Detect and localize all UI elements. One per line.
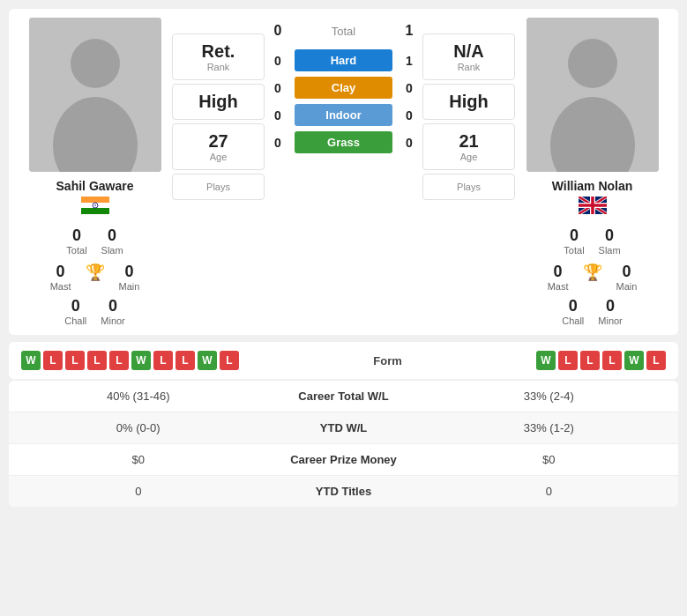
left-total-val: 0 <box>265 23 291 39</box>
left-total-stat: 0 Total <box>66 226 86 256</box>
right-total-stat: 0 Total <box>564 226 584 256</box>
surface-section: 0 Hard 1 0 Clay 0 0 Indoor 0 <box>265 49 422 159</box>
svg-point-7 <box>94 204 96 206</box>
comparison-inner: Sahil Gaware 0 Total <box>18 18 669 326</box>
left-panel: Ret. Rank High 27 Age Plays <box>172 18 265 200</box>
right-stats-row2: 0 Mast 🏆 0 Main <box>548 263 638 292</box>
right-form-badge-4: W <box>624 351 644 370</box>
stats-mid-3: YTD Titles <box>256 485 432 498</box>
surface-row-hard: 0 Hard 1 <box>265 49 422 71</box>
surface-row-indoor: 0 Indoor 0 <box>265 104 422 126</box>
stats-right-2: $0 <box>432 453 667 466</box>
right-player-name: William Nolan <box>552 179 633 193</box>
center-stats: 0 Total 1 0 Hard 1 0 Clay 0 <box>265 18 422 159</box>
svg-rect-3 <box>81 197 109 203</box>
left-age-box: 27 Age <box>172 123 265 170</box>
left-stats-row3: 0 Chall 0 Minor <box>64 297 125 326</box>
left-player-card: Sahil Gaware 0 Total <box>18 18 172 326</box>
left-slam-stat: 0 Slam <box>101 226 123 256</box>
left-form-badge-4: L <box>109 351 129 370</box>
stats-left-0: 40% (31-46) <box>21 390 256 403</box>
right-stats-row1: 0 Total 0 Slam <box>564 226 620 256</box>
stats-mid-1: YTD W/L <box>256 421 432 434</box>
stats-mid-0: Career Total W/L <box>256 390 432 403</box>
surface-row-grass: 0 Grass 0 <box>265 131 422 153</box>
right-age-box: 21 Age <box>422 123 515 170</box>
svg-point-9 <box>568 39 617 88</box>
stats-row-0: 40% (31-46) Career Total W/L 33% (2-4) <box>9 381 678 412</box>
surface-row-clay: 0 Clay 0 <box>265 77 422 99</box>
right-slam-stat: 0 Slam <box>599 226 621 256</box>
right-form-badge-0: W <box>536 351 556 370</box>
stats-table: 40% (31-46) Career Total W/L 33% (2-4) 0… <box>9 381 678 507</box>
right-player-flag <box>579 197 607 218</box>
left-mast-stat: 0 Mast <box>50 263 71 292</box>
right-stats-row3: 0 Chall 0 Minor <box>562 297 623 326</box>
svg-point-1 <box>71 39 120 88</box>
left-main-stat: 0 Main <box>119 263 140 292</box>
left-trophy-icon: 🏆 <box>86 263 105 292</box>
stats-row-2: $0 Career Prize Money $0 <box>9 444 678 476</box>
left-form-badge-2: L <box>65 351 85 370</box>
right-form-badge-3: L <box>602 351 622 370</box>
left-stats-row1: 0 Total 0 Slam <box>66 226 123 256</box>
left-chall-stat: 0 Chall <box>64 297 86 326</box>
right-mast-stat: 0 Mast <box>548 263 569 292</box>
comparison-section: Sahil Gaware 0 Total <box>9 9 678 335</box>
left-form-badge-8: W <box>198 351 217 370</box>
right-trophy-icon: 🏆 <box>583 263 602 292</box>
right-form-badges: W L L L W L <box>536 351 666 370</box>
right-total-val: 1 <box>396 23 422 39</box>
stats-left-1: 0% (0-0) <box>21 421 256 434</box>
left-minor-stat: 0 Minor <box>101 297 125 326</box>
right-form-badge-5: L <box>646 351 666 370</box>
left-form-badges: W L L L L W L L W L <box>21 351 239 370</box>
left-player-name: Sahil Gaware <box>56 179 134 193</box>
left-form-badge-3: L <box>87 351 107 370</box>
form-label: Form <box>373 354 402 367</box>
stats-row-3: 0 YTD Titles 0 <box>9 476 678 507</box>
svg-rect-5 <box>81 208 109 214</box>
left-form-badge-0: W <box>21 351 41 370</box>
right-player-avatar <box>526 18 659 172</box>
stats-mid-2: Career Prize Money <box>256 453 432 466</box>
stats-right-3: 0 <box>432 485 667 498</box>
right-minor-stat: 0 Minor <box>598 297 623 326</box>
left-form-badge-9: L <box>220 351 239 370</box>
right-rank-box: N/A Rank <box>422 33 515 80</box>
right-form-badge-2: L <box>580 351 600 370</box>
total-row: 0 Total 1 <box>265 23 422 39</box>
left-form-badge-5: W <box>131 351 151 370</box>
left-player-flag <box>81 197 109 218</box>
stats-left-3: 0 <box>21 485 256 498</box>
surface-badge-grass: Grass <box>295 131 392 153</box>
stats-right-1: 33% (1-2) <box>432 421 667 434</box>
right-player-card: William Nolan 0 Total <box>515 18 669 326</box>
left-rank-box: Ret. Rank <box>172 33 265 80</box>
right-main-stat: 0 Main <box>616 263 638 292</box>
surface-badge-clay: Clay <box>295 77 392 99</box>
left-player-avatar <box>29 18 161 172</box>
left-form-badge-6: L <box>153 351 173 370</box>
stats-left-2: $0 <box>21 453 256 466</box>
stats-right-0: 33% (2-4) <box>432 390 667 403</box>
form-section: W L L L L W L L W L Form W L L L W L <box>9 342 678 379</box>
right-panel: N/A Rank High 21 Age Plays <box>422 18 515 200</box>
right-form-badge-1: L <box>558 351 578 370</box>
total-label: Total <box>291 25 396 38</box>
right-plays-box: Plays <box>422 174 515 200</box>
left-high-box: High <box>172 84 265 120</box>
right-chall-stat: 0 Chall <box>562 297 584 326</box>
main-container: Sahil Gaware 0 Total <box>0 0 687 516</box>
stats-row-1: 0% (0-0) YTD W/L 33% (1-2) <box>9 412 678 444</box>
left-form-badge-7: L <box>175 351 195 370</box>
left-plays-box: Plays <box>172 174 265 200</box>
left-stats-row2: 0 Mast 🏆 0 Main <box>50 263 140 292</box>
left-form-badge-1: L <box>43 351 63 370</box>
right-high-box: High <box>422 84 515 120</box>
surface-badge-hard: Hard <box>295 49 392 71</box>
surface-badge-indoor: Indoor <box>295 104 392 126</box>
